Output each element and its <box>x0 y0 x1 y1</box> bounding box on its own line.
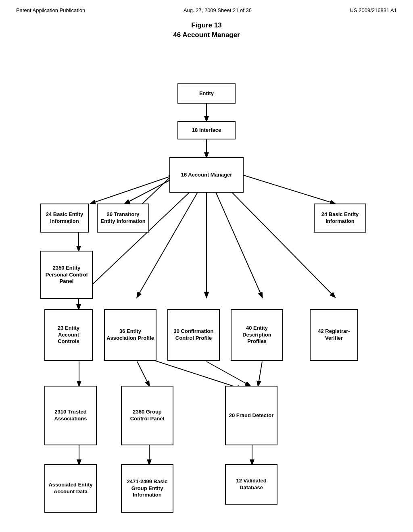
figure-subtitle: 46 Account Manager <box>0 31 413 39</box>
svg-line-10 <box>216 192 262 297</box>
basic-entity-left-box: 24 Basic Entity Information <box>40 204 89 233</box>
entity-association-profile-box: 36 Entity Association Profile <box>104 309 156 361</box>
diagram-area: Entity 18 Interface 16 Account Manager 2… <box>0 47 413 531</box>
account-manager-box: 16 Account Manager <box>169 157 244 193</box>
svg-line-2 <box>91 175 173 204</box>
entity-box: Entity <box>177 83 236 104</box>
associated-entity-account-data-box: Associated Entity Account Data <box>44 464 97 513</box>
confirmation-control-profile-box: 30 Confirmation Control Profile <box>167 309 220 361</box>
svg-line-14 <box>137 362 149 386</box>
registrar-verifier-box: 42 Registrar- Verifier <box>310 309 358 361</box>
svg-line-16 <box>258 362 262 386</box>
validated-database-box: 12 Validated Database <box>225 464 277 505</box>
basic-entity-right-box: 24 Basic Entity Information <box>314 204 366 233</box>
svg-line-15 <box>206 362 250 386</box>
entity-personal-control-box: 2350 Entity Personal Control Panel <box>40 251 93 299</box>
group-control-panel-box: 2360 Group Control Panel <box>121 386 173 445</box>
entity-description-profiles-box: 40 Entity Description Profiles <box>231 309 283 361</box>
svg-line-17 <box>145 357 242 389</box>
svg-line-11 <box>226 186 335 297</box>
page-header: Patent Application Publication Aug. 27, … <box>0 0 413 13</box>
figure-title: Figure 13 <box>0 13 413 29</box>
header-left: Patent Application Publication <box>16 7 85 13</box>
basic-group-entity-information-box: 2471-2499 Basic Group Entity Information <box>121 464 173 513</box>
fraud-detector-box: 20 Fraud Detector <box>225 386 277 445</box>
transitory-entity-box: 26 Transitory Entity Information <box>97 204 149 233</box>
header-right: US 2009/216831 A1 <box>350 7 397 13</box>
header-center: Aug. 27, 2009 Sheet 21 of 36 <box>184 7 252 13</box>
interface-box: 18 Interface <box>177 121 236 139</box>
svg-line-5 <box>240 174 335 204</box>
entity-account-controls-box: 23 Entity Account Controls <box>44 309 93 361</box>
trusted-associations-box: 2310 Trusted Associations <box>44 386 97 445</box>
